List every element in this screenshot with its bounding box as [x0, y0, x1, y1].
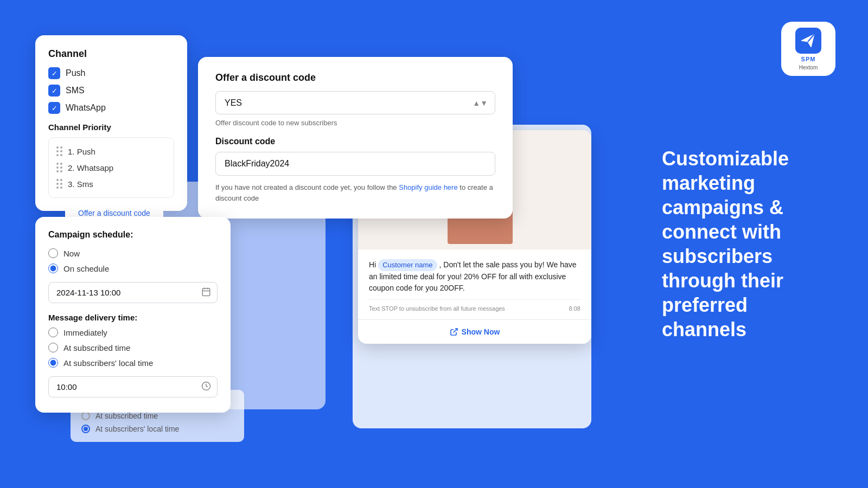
discount-code-input[interactable]: [215, 152, 495, 176]
priority-push: 1. Push: [56, 143, 166, 159]
delivery-immediately: Immediately: [48, 328, 218, 337]
hint-local-time: At subscribers' local time: [81, 422, 233, 435]
guide-text: If you have not created a discount code …: [215, 182, 495, 203]
time-input-wrapper: [48, 376, 218, 397]
drag-handle-whatsapp[interactable]: [56, 163, 62, 172]
datetime-input[interactable]: [48, 282, 218, 303]
time-input[interactable]: [48, 376, 218, 397]
discount-card: Offer a discount code YES NO ▲▼ Offer di…: [198, 57, 513, 219]
customer-badge: Customer name: [378, 259, 437, 271]
channel-push: ✓ Push: [48, 67, 174, 79]
delivery-label: Message delivery time:: [48, 313, 218, 322]
delivery-local-time: At subscribers' local time: [48, 358, 218, 368]
logo-name: SPM: [801, 56, 816, 62]
local-time-radio[interactable]: [48, 358, 58, 368]
channel-priority-section: Channel Priority 1. Push 2. Whatsapp 3. …: [48, 123, 174, 198]
discount-code-label: Discount code: [215, 137, 495, 146]
schedule-options: Now On schedule: [48, 248, 218, 273]
channel-title: Channel: [48, 48, 174, 60]
svg-line-10: [453, 329, 457, 332]
sms-body: Hi Customer name , Don't let the sale pa…: [369, 259, 580, 294]
calendar-icon: [201, 287, 211, 299]
delivery-options: Immediately At subscribed time At subscr…: [48, 328, 218, 368]
schedule-title: Campaign schedule:: [48, 230, 218, 240]
sms-message-content: Hi Customer name , Don't let the sale pa…: [358, 249, 591, 319]
whatsapp-label: WhatsApp: [66, 103, 106, 113]
priority-title: Channel Priority: [48, 123, 174, 132]
discount-select[interactable]: YES NO: [215, 91, 495, 114]
discount-helper: Offer discount code to new subscribers: [215, 119, 495, 127]
priority-list: 1. Push 2. Whatsapp 3. Sms: [48, 137, 174, 198]
immediately-radio[interactable]: [48, 328, 58, 337]
hint-local-radio: [81, 425, 90, 433]
schedule-on-schedule: On schedule: [48, 264, 218, 273]
sms-checkbox[interactable]: ✓: [48, 85, 60, 97]
priority-sms: 3. Sms: [56, 176, 166, 192]
sms-label: SMS: [66, 86, 85, 95]
channel-sms: ✓ SMS: [48, 85, 174, 97]
now-radio[interactable]: [48, 248, 58, 258]
push-checkbox[interactable]: ✓: [48, 67, 60, 79]
sms-footer: Text STOP to unsubscribe from all future…: [369, 299, 580, 312]
push-label: Push: [66, 68, 85, 78]
hint-subscribed-radio: [81, 412, 90, 420]
schedule-card: Campaign schedule: Now On schedule Messa…: [35, 217, 231, 413]
sms-timestamp: 8:08: [569, 305, 580, 312]
on-schedule-radio[interactable]: [48, 264, 58, 273]
shopify-guide-link[interactable]: Shopify guide here: [399, 183, 457, 191]
datetime-wrapper: [48, 282, 218, 303]
yes-no-select-wrapper: YES NO ▲▼: [215, 91, 495, 114]
priority-whatsapp: 2. Whatsapp: [56, 159, 166, 176]
logo-subtitle: Hextom: [799, 65, 818, 70]
discount-title: Offer a discount code: [215, 72, 495, 84]
external-link-icon: [450, 328, 458, 336]
subscribed-time-radio[interactable]: [48, 343, 58, 352]
schedule-now: Now: [48, 248, 218, 258]
whatsapp-checkbox[interactable]: ✓: [48, 102, 60, 114]
hero-text: Customizable marketing campaigns & conne…: [662, 146, 835, 342]
drag-handle-push[interactable]: [56, 146, 62, 156]
spm-logo: SPM Hextom: [781, 22, 835, 76]
drag-handle-sms[interactable]: [56, 179, 62, 189]
logo-icon: [795, 28, 821, 54]
channel-whatsapp: ✓ WhatsApp: [48, 102, 174, 114]
svg-rect-0: [202, 288, 210, 296]
show-now-button[interactable]: Show Now: [358, 319, 591, 344]
clock-icon: [201, 381, 211, 393]
delivery-subscribed-time: At subscribed time: [48, 343, 218, 352]
unsubscribe-text: Text STOP to unsubscribe from all future…: [369, 305, 505, 312]
channel-card: Channel ✓ Push ✓ SMS ✓ WhatsApp Channel …: [35, 35, 187, 211]
